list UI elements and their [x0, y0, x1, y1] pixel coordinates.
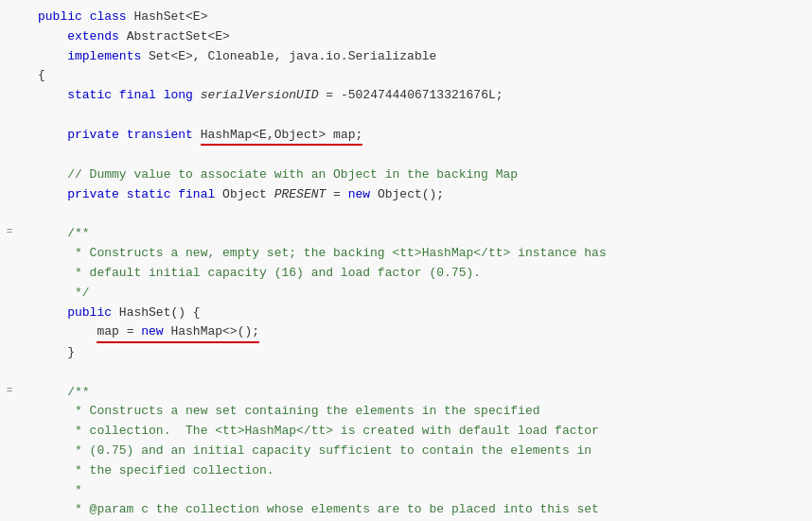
code-line: */ — [0, 284, 812, 304]
code-content: public class HashSet<E> — [19, 8, 812, 27]
gutter: = — [0, 224, 19, 241]
code-line: = /** — [0, 383, 812, 403]
code-content: */ — [19, 284, 812, 304]
code-line: * — [0, 481, 812, 501]
code-content — [19, 106, 812, 126]
code-content: implements Set<E>, Cloneable, java.io.Se… — [19, 47, 812, 67]
code-line: * Constructs a new set containing the el… — [0, 402, 812, 422]
code-content: } — [19, 343, 812, 363]
code-line: * collection. The <tt>HashMap</tt> is cr… — [0, 422, 812, 442]
code-content: * (0.75) and an initial capacity suffici… — [19, 442, 812, 461]
code-content: * Constructs a new set containing the el… — [19, 402, 812, 422]
code-content: /** — [19, 383, 812, 403]
code-line — [0, 363, 812, 383]
code-line: * Constructs a new, empty set; the backi… — [0, 244, 812, 264]
code-viewer: public class HashSet<E> extends Abstract… — [0, 0, 812, 521]
code-content: * collection. The <tt>HashMap</tt> is cr… — [19, 422, 812, 442]
code-content: /** — [19, 224, 812, 244]
code-content: static final long serialVersionUID = -50… — [19, 86, 812, 106]
code-content: public HashSet() { — [19, 304, 812, 323]
code-content: * @param c the collection whose elements… — [19, 500, 812, 520]
code-line: static final long serialVersionUID = -50… — [0, 86, 812, 106]
code-line: * (0.75) and an initial capacity suffici… — [0, 442, 812, 461]
code-content — [19, 363, 812, 383]
code-content: { — [19, 66, 812, 86]
code-content — [19, 205, 812, 225]
code-line: * the specified collection. — [0, 461, 812, 481]
code-line: public class HashSet<E> — [0, 8, 812, 27]
code-content — [19, 146, 812, 165]
code-content: private static final Object PRESENT = ne… — [19, 185, 812, 205]
code-line: * default initial capacity (16) and load… — [0, 264, 812, 284]
gutter: = — [0, 383, 19, 400]
code-line — [0, 205, 812, 225]
code-line — [0, 146, 812, 165]
code-content: private transient HashMap<E,Object> map; — [19, 126, 812, 147]
code-line: map = new HashMap<>(); — [0, 322, 812, 343]
code-content: map = new HashMap<>(); — [19, 322, 812, 343]
code-line: { — [0, 66, 812, 86]
gutter-marker: = — [7, 224, 13, 241]
code-content: * default initial capacity (16) and load… — [19, 264, 812, 284]
code-content: * Constructs a new, empty set; the backi… — [19, 244, 812, 264]
code-line: private static final Object PRESENT = ne… — [0, 185, 812, 205]
gutter-marker: = — [7, 383, 13, 400]
code-line: * @param c the collection whose elements… — [0, 500, 812, 520]
code-line: } — [0, 343, 812, 363]
code-content: * the specified collection. — [19, 461, 812, 481]
code-line: extends AbstractSet<E> — [0, 27, 812, 47]
code-line: implements Set<E>, Cloneable, java.io.Se… — [0, 47, 812, 67]
code-line: private transient HashMap<E,Object> map; — [0, 126, 812, 147]
code-line: public HashSet() { — [0, 304, 812, 323]
code-line: // Dummy value to associate with an Obje… — [0, 165, 812, 185]
code-content: * — [19, 481, 812, 501]
code-line — [0, 106, 812, 126]
code-content: // Dummy value to associate with an Obje… — [19, 165, 812, 185]
code-line: = /** — [0, 224, 812, 244]
code-content: extends AbstractSet<E> — [19, 27, 812, 47]
